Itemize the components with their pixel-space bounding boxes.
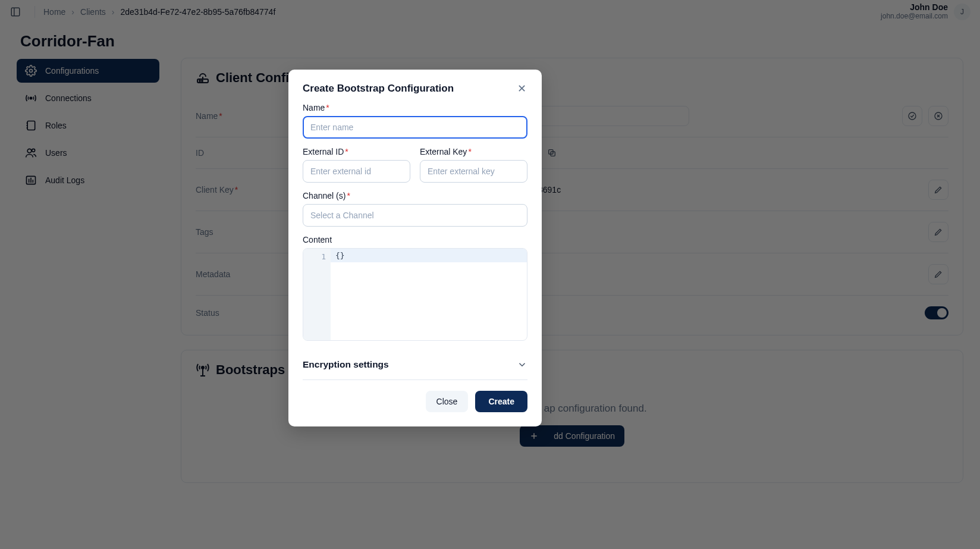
modal-title: Create Bootstrap Configuration [303, 83, 454, 95]
external-id-input[interactable] [303, 160, 410, 183]
channels-select[interactable]: Select a Channel [303, 204, 527, 227]
name-input[interactable] [303, 116, 527, 139]
name-label: Name* [303, 103, 527, 112]
line-number: 1 [303, 249, 331, 340]
create-bootstrap-modal: Create Bootstrap Configuration ✕ Name* E… [288, 70, 542, 426]
content-label: Content [303, 235, 527, 244]
encryption-accordion[interactable]: Encryption settings [303, 349, 527, 380]
close-button[interactable]: Close [426, 391, 469, 412]
accordion-title: Encryption settings [303, 359, 389, 370]
chevron-down-icon [517, 359, 527, 370]
code-line: {} [331, 249, 527, 262]
close-icon[interactable]: ✕ [516, 83, 527, 95]
external-id-label: External ID* [303, 147, 410, 156]
content-editor[interactable]: 1 {} [303, 248, 527, 341]
channels-label: Channel (s)* [303, 191, 527, 200]
create-button[interactable]: Create [475, 391, 527, 412]
external-key-label: External Key* [420, 147, 527, 156]
external-key-input[interactable] [420, 160, 527, 183]
modal-overlay[interactable]: Create Bootstrap Configuration ✕ Name* E… [0, 0, 980, 549]
